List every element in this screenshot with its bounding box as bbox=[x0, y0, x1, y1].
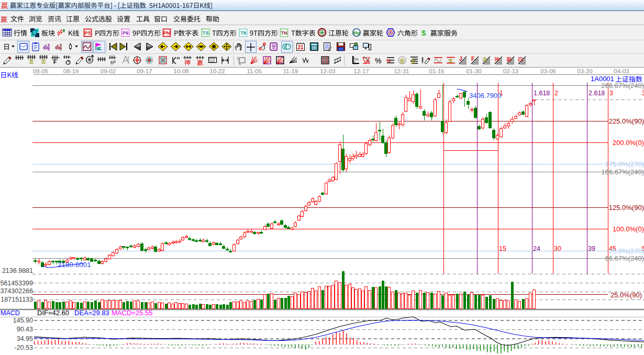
svg-text:DEA=29.83: DEA=29.83 bbox=[74, 309, 109, 317]
svg-text:187151133: 187151133 bbox=[1, 296, 33, 303]
svg-text:Big: Big bbox=[353, 30, 360, 35]
svg-text:MACD=25.55: MACD=25.55 bbox=[112, 309, 152, 317]
svg-text:24: 24 bbox=[533, 245, 540, 252]
svg-text:%: % bbox=[386, 58, 391, 63]
svg-text:TS: TS bbox=[203, 30, 209, 36]
svg-text:34.95: 34.95 bbox=[17, 335, 33, 342]
svg-text:10-22: 10-22 bbox=[209, 68, 225, 74]
svg-text:21: 21 bbox=[297, 45, 304, 50]
svg-text:11-19: 11-19 bbox=[283, 68, 298, 74]
svg-text:9: 9 bbox=[60, 48, 62, 51]
svg-text:03-20: 03-20 bbox=[577, 68, 592, 74]
svg-text:J: J bbox=[459, 56, 462, 62]
svg-text:10-08: 10-08 bbox=[173, 68, 188, 74]
svg-text:3: 3 bbox=[48, 48, 50, 51]
svg-text:125.0%(90): 125.0%(90) bbox=[609, 204, 644, 212]
svg-text:2180.6001: 2180.6001 bbox=[58, 261, 91, 269]
svg-text:145.90: 145.90 bbox=[13, 317, 33, 324]
svg-text:2.618: 2.618 bbox=[589, 90, 605, 97]
svg-text:90.43: 90.43 bbox=[17, 326, 33, 333]
svg-text:3: 3 bbox=[609, 90, 613, 97]
svg-text:01-16: 01-16 bbox=[429, 68, 444, 74]
svg-text:25.0%(90): 25.0%(90) bbox=[610, 291, 642, 299]
svg-text:F: F bbox=[471, 56, 474, 62]
svg-text:%: % bbox=[366, 59, 370, 64]
svg-text:PS: PS bbox=[84, 30, 91, 36]
svg-text:02-13: 02-13 bbox=[503, 68, 518, 74]
svg-text:1.618: 1.618 bbox=[534, 90, 550, 97]
svg-text:2: 2 bbox=[554, 90, 558, 97]
svg-text:n²: n² bbox=[110, 59, 116, 65]
svg-text:3406.7900: 3406.7900 bbox=[469, 92, 501, 99]
svg-text:03-06: 03-06 bbox=[540, 68, 556, 74]
svg-text:66.67%(240): 66.67%(240) bbox=[605, 254, 644, 262]
svg-text:561453399: 561453399 bbox=[0, 280, 33, 287]
svg-text:MACD: MACD bbox=[1, 309, 20, 317]
svg-text:T9: T9 bbox=[240, 30, 246, 36]
svg-text:12-31: 12-31 bbox=[394, 68, 409, 74]
svg-text:15: 15 bbox=[499, 245, 506, 252]
svg-text:12-17: 12-17 bbox=[353, 68, 369, 74]
svg-text:%: % bbox=[375, 57, 381, 65]
svg-text:PN: PN bbox=[163, 30, 170, 36]
svg-text:01-30: 01-30 bbox=[466, 68, 481, 74]
svg-text:175.0%(270): 175.0%(270) bbox=[605, 160, 644, 168]
svg-text:3: 3 bbox=[642, 90, 644, 97]
svg-text:DIF=42.60: DIF=42.60 bbox=[37, 309, 69, 317]
svg-text:225.0%(90): 225.0%(90) bbox=[609, 117, 644, 125]
svg-text:12: 12 bbox=[355, 58, 359, 61]
svg-text:F: F bbox=[53, 59, 57, 65]
svg-text:11-05: 11-05 bbox=[247, 68, 262, 74]
svg-text:374302266: 374302266 bbox=[0, 287, 33, 295]
svg-text:TN: TN bbox=[281, 30, 287, 36]
svg-text:08-19: 08-19 bbox=[63, 68, 79, 74]
svg-text:2136.9881: 2136.9881 bbox=[2, 267, 33, 274]
svg-text:12-03: 12-03 bbox=[320, 68, 335, 74]
svg-text:123: 123 bbox=[209, 60, 215, 63]
svg-text:09-02: 09-02 bbox=[101, 68, 116, 74]
svg-text:30: 30 bbox=[554, 245, 561, 252]
svg-text:09-17: 09-17 bbox=[137, 68, 152, 74]
svg-text:$: $ bbox=[421, 28, 426, 37]
svg-text:100.0%(0): 100.0%(0) bbox=[613, 225, 644, 233]
svg-text:75.0%(270): 75.0%(270) bbox=[609, 247, 644, 255]
svg-text:04-03: 04-03 bbox=[614, 68, 629, 74]
svg-text:-20.53: -20.53 bbox=[15, 344, 33, 351]
svg-text:200.0%(0): 200.0%(0) bbox=[613, 139, 644, 147]
svg-text:166.67%(240): 166.67%(240) bbox=[601, 168, 644, 176]
svg-text:P9: P9 bbox=[123, 30, 128, 36]
svg-text:08-05: 08-05 bbox=[33, 68, 48, 74]
svg-text:39: 39 bbox=[588, 245, 595, 252]
svg-text:266.67%(240): 266.67%(240) bbox=[601, 82, 644, 90]
